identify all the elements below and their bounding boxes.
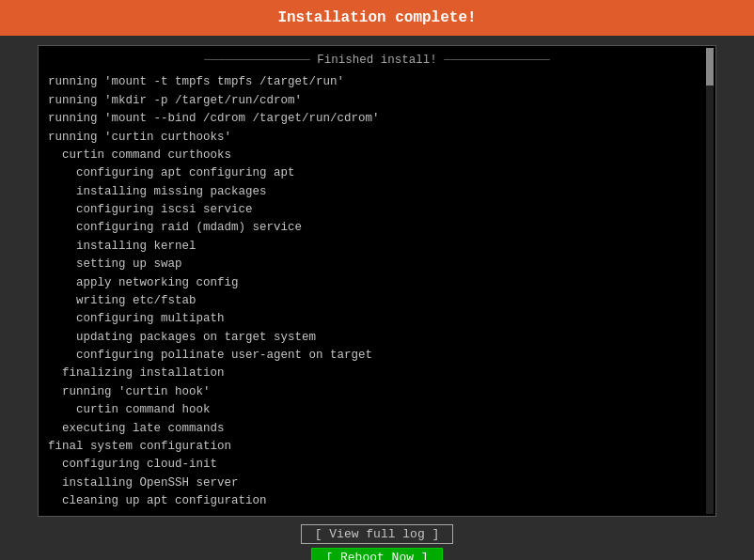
button-area: [ View full log ] [ Reboot Now ] <box>301 524 454 560</box>
terminal-line: running 'curtin curthooks' <box>48 129 693 147</box>
terminal-line: running 'mkdir -p /target/run/cdrom' <box>48 92 693 110</box>
main-area: Finished install! running 'mount -t tmpf… <box>0 36 754 560</box>
terminal-line: installing missing packages <box>48 183 693 201</box>
banner-title: Installation complete! <box>277 9 476 26</box>
terminal-line: final system configuration <box>48 438 693 456</box>
terminal-title: Finished install! <box>48 52 706 70</box>
terminal-line: installing kernel <box>48 238 693 256</box>
terminal-line: running 'mount -t tmpfs tmpfs /target/ru… <box>48 73 693 91</box>
scrollbar-thumb[interactable] <box>706 48 714 86</box>
terminal-line: executing late commands <box>48 420 693 438</box>
terminal-line: configuring raid (mdadm) service <box>48 219 693 237</box>
view-log-button[interactable]: [ View full log ] <box>301 524 454 544</box>
scrollbar[interactable] <box>706 48 714 514</box>
terminal-line: curtin command hook <box>48 401 693 419</box>
terminal-line: configuring iscsi service <box>48 201 693 219</box>
terminal-line: running 'curtin hook' <box>48 383 693 401</box>
terminal-line: configuring multipath <box>48 310 693 328</box>
installation-banner: Installation complete! <box>0 0 754 36</box>
terminal-line: finalizing installation <box>48 365 693 382</box>
terminal-line: curtin command curthooks <box>48 147 693 164</box>
terminal-line: configuring apt configuring apt <box>48 164 693 182</box>
terminal-line: setting up swap <box>48 256 693 273</box>
terminal-content: running 'mount -t tmpfs tmpfs /target/ru… <box>48 73 706 510</box>
terminal-line: writing etc/fstab <box>48 292 693 310</box>
terminal-line: running 'mount --bind /cdrom /target/run… <box>48 110 693 128</box>
terminal-line: updating packages on target system <box>48 329 693 347</box>
terminal-line: cleaning up apt configuration <box>48 492 693 510</box>
terminal-line: installing OpenSSH server <box>48 474 693 492</box>
terminal-line: configuring cloud-init <box>48 456 693 474</box>
reboot-now-button[interactable]: [ Reboot Now ] <box>311 548 442 560</box>
terminal-line: configuring pollinate user-agent on targ… <box>48 347 693 365</box>
terminal-line: apply networking config <box>48 274 693 292</box>
terminal-box: Finished install! running 'mount -t tmpf… <box>38 45 716 517</box>
